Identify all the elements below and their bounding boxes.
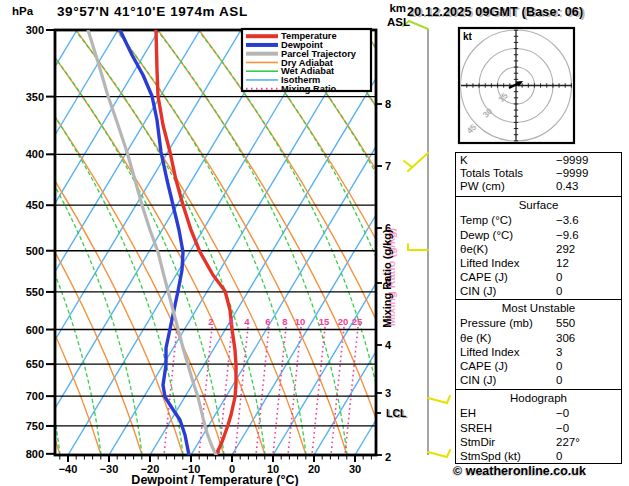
mixing-ratio-value: 25 [352, 316, 363, 327]
stat-value: −0 [556, 421, 618, 435]
stat-row: StmSpd (kt)0 [460, 449, 618, 463]
stat-value: 550 [556, 316, 618, 330]
stat-row: Lifted Index3 [460, 345, 618, 359]
credit: © weatheronline.co.uk [453, 464, 586, 478]
surface-rows: Temp (°C)−3.6Dewp (°C)−9.6θe(K)292Lifted… [456, 212, 621, 298]
stat-label: CAPE (J) [460, 359, 556, 373]
dry-adiabat-line [158, 30, 388, 455]
km-tick-label: 2 [385, 451, 391, 463]
lcl-label: LCL [386, 407, 407, 419]
stat-row: θe(K)292 [460, 242, 618, 256]
indices-box: K−9999Totals Totals−9999PW (cm)0.43 [455, 152, 622, 197]
stat-label: Dewp (°C) [460, 228, 556, 242]
stat-value: 12 [556, 256, 618, 270]
stat-row: CAPE (J)0 [460, 270, 618, 284]
altitude-axis-unit-km: km [372, 2, 406, 14]
stat-value: 227° [556, 435, 618, 449]
stat-row: PW (cm)0.43 [460, 180, 618, 193]
wind-barb [428, 450, 450, 457]
stat-label: Pressure (mb) [460, 316, 556, 330]
stat-label: Temp (°C) [460, 213, 556, 227]
pressure-tick-label: 550 [26, 286, 44, 298]
stat-row: Lifted Index12 [460, 256, 618, 270]
stat-row: θe (K)306 [460, 331, 618, 345]
hodograph-header: Hodograph [456, 390, 621, 405]
stat-value: −3.6 [556, 213, 618, 227]
mixing-ratio-axis-title: Mixing Ratio (g/kg) [381, 229, 393, 328]
mixing-ratio-line [312, 327, 325, 455]
stat-value: 0 [556, 270, 618, 284]
stat-value: 3 [556, 345, 618, 359]
stat-value: 0.43 [556, 180, 618, 193]
stat-value: 292 [556, 242, 618, 256]
mixing-ratio-value: 8 [282, 316, 287, 327]
dry-adiabat-line [0, 30, 101, 455]
stat-value: 0 [556, 449, 618, 463]
stat-label: CIN (J) [460, 284, 556, 298]
stat-label: Totals Totals [460, 167, 556, 180]
isotherm-line [232, 30, 487, 455]
stat-value: −0 [556, 406, 618, 420]
sounding-page: TemperatureDewpointParcel TrajectoryDry … [0, 0, 629, 486]
pressure-tick-label: 800 [26, 448, 44, 460]
mixing-ratio-value: 4 [244, 316, 250, 327]
pressure-tick-label: 600 [26, 324, 44, 336]
stat-label: PW (cm) [460, 180, 556, 193]
stat-label: EH [460, 406, 556, 420]
indices-rows: K−9999Totals Totals−9999PW (cm)0.43 [456, 153, 621, 194]
stat-label: K [460, 154, 556, 167]
stat-value: 0 [556, 373, 618, 387]
stat-row: Pressure (mb)550 [460, 316, 618, 330]
hodograph-unit-label: kt [463, 31, 473, 42]
mixing-ratio-value: 6 [265, 316, 270, 327]
wind-barb [408, 244, 428, 250]
stat-label: StmSpd (kt) [460, 449, 556, 463]
surface-box: Surface Temp (°C)−3.6Dewp (°C)−9.6θe(K)2… [455, 196, 622, 300]
wet-adiabat-line [0, 30, 101, 455]
wind-barbs [403, 21, 450, 457]
stat-label: CIN (J) [460, 373, 556, 387]
stat-value: 306 [556, 331, 618, 345]
stat-label: CAPE (J) [460, 270, 556, 284]
legend: TemperatureDewpointParcel TrajectoryDry … [242, 29, 371, 94]
pressure-tick-label: 400 [26, 148, 44, 160]
stat-label: SREH [460, 421, 556, 435]
legend-label: Mixing Ratio [281, 84, 337, 94]
wind-barb [404, 161, 412, 167]
stat-row: SREH−0 [460, 421, 618, 435]
pressure-tick-label: 650 [26, 358, 44, 370]
x-axis-title: Dewpoint / Temperature (°C) [131, 473, 298, 486]
temp-tick-label: −30 [100, 463, 119, 475]
hodograph: 153045kt [459, 28, 574, 143]
isotherm-line [0, 30, 118, 455]
altitude-axis-unit-asl: ASL [372, 16, 410, 28]
stat-label: StmDir [460, 435, 556, 449]
surface-header: Surface [456, 197, 621, 212]
stat-row: EH−0 [460, 406, 618, 420]
dry-adiabat-line [240, 30, 470, 455]
stat-row: K−9999 [460, 154, 618, 167]
mixing-ratio-line [256, 327, 269, 455]
stat-label: Lifted Index [460, 345, 556, 359]
pressure-axis-unit: hPa [12, 5, 33, 17]
mixing-ratio-value: 10 [295, 316, 306, 327]
mixing-ratio-line [199, 327, 212, 455]
stat-label: Lifted Index [460, 256, 556, 270]
stat-row: StmDir227° [460, 435, 618, 449]
stat-label: θe(K) [460, 242, 556, 256]
pressure-tick-label: 700 [26, 390, 44, 402]
mixing-ratio-line [288, 327, 301, 455]
stat-row: Temp (°C)−3.6 [460, 213, 618, 227]
stat-row: CIN (J)0 [460, 284, 618, 298]
hodograph-stats-box: Hodograph EH−0SREH−0StmDir227°StmSpd (kt… [455, 389, 622, 464]
most-unstable-header: Most Unstable [456, 300, 621, 315]
most-unstable-rows: Pressure (mb)550θe (K)306Lifted Index3CA… [456, 315, 621, 387]
temp-tick-label: 20 [308, 463, 320, 475]
stat-value: −9999 [556, 154, 618, 167]
wind-barb [408, 153, 428, 171]
km-tick-label: 4 [385, 339, 392, 351]
temp-tick-label: −40 [59, 463, 78, 475]
mixing-ratio-value: 15 [319, 316, 330, 327]
stat-value: 0 [556, 284, 618, 298]
stat-value: 0 [556, 359, 618, 373]
